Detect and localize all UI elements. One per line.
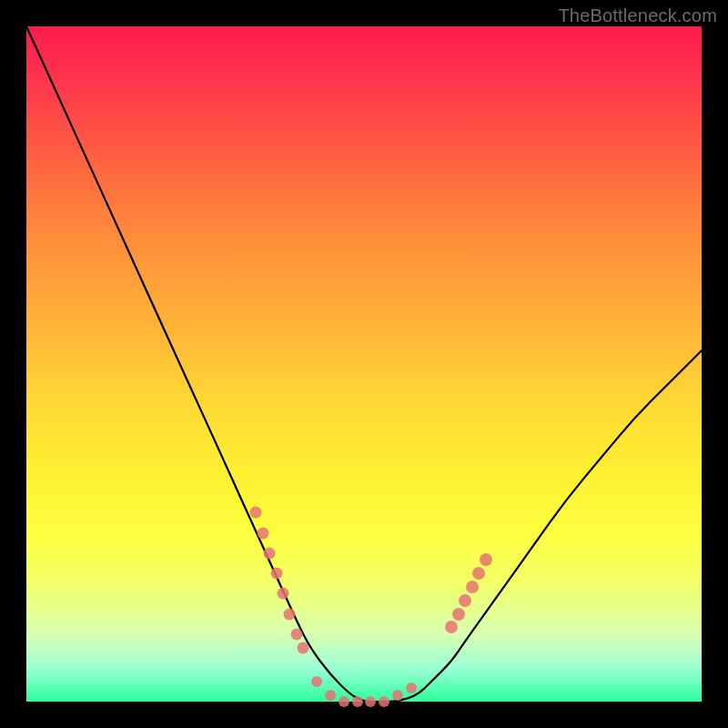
watermark-text: TheBottleneck.com (558, 5, 717, 26)
data-point (466, 581, 479, 593)
data-point (264, 547, 276, 559)
data-point (311, 676, 322, 687)
chart-frame: TheBottleneck.com (0, 0, 728, 728)
data-point (445, 621, 458, 633)
plot-area (26, 26, 702, 702)
data-point (284, 608, 296, 620)
data-point (298, 642, 309, 653)
data-point (459, 594, 471, 607)
bottleneck-curve (26, 26, 702, 702)
data-point (277, 588, 288, 600)
data-point (452, 608, 465, 621)
data-point (257, 527, 268, 539)
data-point (352, 696, 363, 707)
data-point (270, 568, 282, 580)
data-point (290, 628, 302, 640)
data-point (406, 682, 417, 693)
data-point (365, 696, 376, 707)
data-point (472, 567, 485, 580)
data-point (250, 507, 262, 519)
data-point (325, 690, 336, 701)
data-point (392, 690, 403, 701)
data-point (339, 696, 349, 707)
data-point (480, 553, 492, 566)
data-point (379, 696, 389, 707)
